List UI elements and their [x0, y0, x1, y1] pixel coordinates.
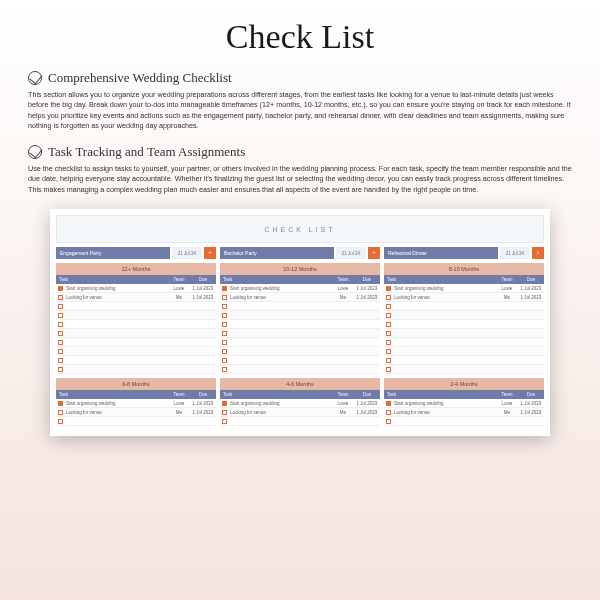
subhead-task: Task	[56, 275, 168, 284]
column-subheader: TaskTeamDue	[384, 390, 544, 399]
task-name: Start organising wedding	[64, 286, 168, 291]
task-name: Looking for venue	[392, 295, 496, 300]
task-checkbox[interactable]	[384, 295, 392, 300]
embedded-screenshot: CHECK LIST Engagement Party 21 Jul 24 + …	[50, 209, 550, 436]
task-checkbox[interactable]	[384, 313, 392, 318]
event-add-button[interactable]: +	[368, 247, 380, 259]
task-name: Start organising wedding	[392, 401, 496, 406]
column-subheader: TaskTeamDue	[220, 275, 380, 284]
column-subheader: TaskTeamDue	[384, 275, 544, 284]
task-row-empty	[220, 302, 380, 311]
timeline-column: 8-10 MonthsTaskTeamDueStart organising w…	[384, 263, 544, 374]
timeline-column: 4-6 MonthsTaskTeamDueStart organising we…	[220, 378, 380, 426]
task-checkbox[interactable]	[384, 331, 392, 336]
task-checkbox[interactable]	[384, 401, 392, 406]
task-checkbox[interactable]	[56, 331, 64, 336]
column-subheader: TaskTeamDue	[220, 390, 380, 399]
task-row-empty	[220, 356, 380, 365]
task-team: Me	[496, 295, 518, 300]
task-name: Start organising wedding	[228, 401, 332, 406]
task-team: Lowe	[168, 286, 190, 291]
task-checkbox[interactable]	[384, 340, 392, 345]
task-checkbox[interactable]	[220, 367, 228, 372]
task-checkbox[interactable]	[220, 322, 228, 327]
task-checkbox[interactable]	[384, 322, 392, 327]
event-close-button[interactable]: ×	[532, 247, 544, 259]
task-checkbox[interactable]	[56, 295, 64, 300]
task-checkbox[interactable]	[384, 410, 392, 415]
task-checkbox[interactable]	[220, 419, 228, 424]
task-row-empty	[56, 347, 216, 356]
task-checkbox[interactable]	[56, 349, 64, 354]
task-row: Looking for venueMe1 Jul 2023	[56, 408, 216, 417]
task-checkbox[interactable]	[56, 313, 64, 318]
task-checkbox[interactable]	[220, 401, 228, 406]
task-checkbox[interactable]	[220, 313, 228, 318]
task-due: 1 Jul 2023	[354, 401, 380, 406]
task-due: 1 Jul 2023	[190, 295, 216, 300]
task-row: Start organising weddingLowe1 Jul 2023	[56, 284, 216, 293]
page-title: Check List	[28, 18, 572, 56]
task-team: Lowe	[332, 286, 354, 291]
task-checkbox[interactable]	[56, 401, 64, 406]
task-checkbox[interactable]	[384, 304, 392, 309]
task-checkbox[interactable]	[56, 419, 64, 424]
task-row-empty	[384, 329, 544, 338]
task-team: Lowe	[496, 401, 518, 406]
task-row-empty	[384, 347, 544, 356]
task-row-empty	[56, 320, 216, 329]
task-row-empty	[220, 311, 380, 320]
task-row-empty	[56, 311, 216, 320]
task-checkbox[interactable]	[220, 331, 228, 336]
timeline-header: 4-6 Months	[220, 378, 380, 390]
task-checkbox[interactable]	[56, 304, 64, 309]
task-checkbox[interactable]	[220, 349, 228, 354]
task-row-empty	[384, 356, 544, 365]
task-checkbox[interactable]	[220, 304, 228, 309]
task-checkbox[interactable]	[220, 340, 228, 345]
task-checkbox[interactable]	[220, 358, 228, 363]
task-row-empty	[56, 338, 216, 347]
task-checkbox[interactable]	[384, 349, 392, 354]
task-due: 1 Jul 2023	[354, 410, 380, 415]
task-checkbox[interactable]	[220, 286, 228, 291]
task-row: Looking for venueMe1 Jul 2023	[384, 293, 544, 302]
event-add-button[interactable]: +	[204, 247, 216, 259]
section-heading: Comprehensive Wedding Checklist	[48, 70, 232, 86]
task-row: Start organising weddingLowe1 Jul 2023	[220, 284, 380, 293]
task-checkbox[interactable]	[220, 295, 228, 300]
task-row: Looking for venueMe1 Jul 2023	[384, 408, 544, 417]
task-name: Start organising wedding	[392, 286, 496, 291]
subhead-due: Due	[190, 390, 216, 399]
task-checkbox[interactable]	[384, 286, 392, 291]
task-row: Start organising weddingLowe1 Jul 2023	[384, 399, 544, 408]
task-checkbox[interactable]	[56, 286, 64, 291]
task-checkbox[interactable]	[56, 340, 64, 345]
subhead-team: Team	[496, 275, 518, 284]
task-due: 1 Jul 2023	[354, 295, 380, 300]
task-checkbox[interactable]	[384, 367, 392, 372]
task-checkbox[interactable]	[220, 410, 228, 415]
column-subheader: TaskTeamDue	[56, 275, 216, 284]
task-grid-row-2: 6-8 MonthsTaskTeamDueStart organising we…	[56, 378, 544, 426]
event-cell: Engagement Party 21 Jul 24 +	[56, 247, 216, 259]
subhead-team: Team	[496, 390, 518, 399]
task-checkbox[interactable]	[56, 410, 64, 415]
timeline-header: 8-10 Months	[384, 263, 544, 275]
timeline-header: 6-8 Months	[56, 378, 216, 390]
task-checkbox[interactable]	[56, 367, 64, 372]
subhead-team: Team	[168, 275, 190, 284]
task-row: Start organising weddingLowe1 Jul 2023	[220, 399, 380, 408]
task-row: Looking for venueMe1 Jul 2023	[220, 293, 380, 302]
task-row-empty	[220, 329, 380, 338]
task-checkbox[interactable]	[384, 358, 392, 363]
task-team: Me	[168, 410, 190, 415]
task-checkbox[interactable]	[56, 322, 64, 327]
task-grid-row-1: 12+ MonthsTaskTeamDueStart organising we…	[56, 263, 544, 374]
subhead-team: Team	[332, 390, 354, 399]
task-row-empty	[384, 417, 544, 426]
event-name: Bachelor Party	[220, 247, 334, 259]
task-checkbox[interactable]	[56, 358, 64, 363]
task-checkbox[interactable]	[384, 419, 392, 424]
task-row-empty	[56, 329, 216, 338]
